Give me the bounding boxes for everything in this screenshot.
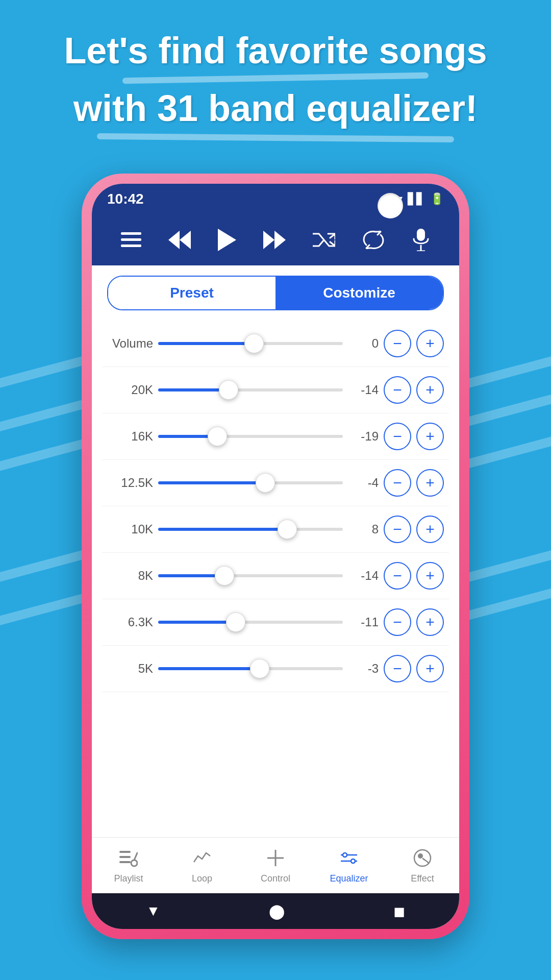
slider-row: 8K-14−+ <box>102 553 449 599</box>
slider-minus-5K[interactable]: − <box>384 655 411 682</box>
slider-label-6.3K: 6.3K <box>107 615 153 629</box>
underline-decoration-1 <box>122 72 429 84</box>
repeat-button[interactable] <box>362 231 385 249</box>
nav-label-loop: Loop <box>192 873 212 884</box>
nav-label-control: Control <box>261 873 290 884</box>
slider-track-Volume[interactable] <box>158 333 343 354</box>
svg-rect-8 <box>417 229 425 241</box>
svg-rect-12 <box>119 856 131 858</box>
recents-button[interactable]: ◼ <box>393 903 405 920</box>
svg-point-14 <box>131 860 137 866</box>
slider-track-16K[interactable] <box>158 426 343 447</box>
slider-plus-Volume[interactable]: + <box>416 330 444 357</box>
slider-minus-12.5K[interactable]: − <box>384 469 411 497</box>
slider-row: Volume0−+ <box>102 321 449 367</box>
nav-item-control[interactable]: Control <box>239 844 312 889</box>
slider-minus-16K[interactable]: − <box>384 423 411 450</box>
svg-line-15 <box>134 853 137 860</box>
slider-plus-16K[interactable]: + <box>416 423 444 450</box>
home-button[interactable]: ⬤ <box>269 903 285 920</box>
slider-minus-6.3K[interactable]: − <box>384 608 411 636</box>
slider-track-8K[interactable] <box>158 566 343 586</box>
shuffle-button[interactable] <box>313 231 335 249</box>
slider-row: 6.3K-11−+ <box>102 599 449 646</box>
slider-label-8K: 8K <box>107 569 153 583</box>
svg-rect-11 <box>119 851 131 853</box>
slider-plus-6.3K[interactable]: + <box>416 608 444 636</box>
nav-item-playlist[interactable]: Playlist <box>92 844 165 889</box>
slider-row: 12.5K-4−+ <box>102 460 449 506</box>
header-section: Let's find favorite songs with 31 band e… <box>0 31 551 145</box>
slider-minus-Volume[interactable]: − <box>384 330 411 357</box>
slider-minus-10K[interactable]: − <box>384 516 411 543</box>
nav-item-loop[interactable]: Loop <box>165 844 239 889</box>
slider-value-8K: -14 <box>348 569 379 583</box>
slider-plus-20K[interactable]: + <box>416 376 444 404</box>
camera-lens <box>378 193 403 218</box>
slider-label-5K: 5K <box>107 662 153 676</box>
svg-rect-0 <box>121 232 141 235</box>
slider-track-6.3K[interactable] <box>158 612 343 632</box>
slider-track-20K[interactable] <box>158 380 343 400</box>
slider-label-20K: 20K <box>107 383 153 397</box>
system-nav-bar: ▼ ⬤ ◼ <box>92 893 459 929</box>
slider-label-12.5K: 12.5K <box>107 476 153 490</box>
slider-value-Volume: 0 <box>348 336 379 351</box>
mode-tab-row: Preset Costomize <box>107 276 444 310</box>
nav-item-equalizer[interactable]: Equalizer <box>312 844 386 889</box>
slider-track-12.5K[interactable] <box>158 473 343 493</box>
slider-value-16K: -19 <box>348 429 379 444</box>
nav-icon-equalizer <box>340 849 358 871</box>
play-button[interactable] <box>218 229 236 251</box>
svg-marker-5 <box>218 229 236 251</box>
nav-item-effect[interactable]: Effect <box>386 844 459 889</box>
status-time: 10:42 <box>107 191 144 207</box>
slider-value-6.3K: -11 <box>348 615 379 629</box>
slider-plus-8K[interactable]: + <box>416 562 444 590</box>
battery-icon: 🔋 <box>430 192 444 206</box>
phone-screen: 10:42 ▾▾ ▋▋ 🔋 <box>92 184 459 929</box>
svg-rect-13 <box>119 861 131 863</box>
slider-row: 20K-14−+ <box>102 367 449 413</box>
back-button[interactable]: ▼ <box>146 903 160 919</box>
underline-decoration-2 <box>97 133 454 142</box>
svg-marker-3 <box>180 231 191 249</box>
menu-button[interactable] <box>121 232 141 248</box>
microphone-button[interactable] <box>412 229 430 251</box>
nav-icon-effect <box>413 849 432 871</box>
bottom-navigation: PlaylistLoopControlEqualizerEffect <box>92 837 459 893</box>
svg-point-21 <box>351 859 355 863</box>
slider-plus-10K[interactable]: + <box>416 516 444 543</box>
preset-tab[interactable]: Preset <box>108 277 276 309</box>
svg-point-19 <box>343 853 347 857</box>
slider-value-10K: 8 <box>348 522 379 536</box>
nav-icon-control <box>266 849 285 871</box>
nav-label-effect: Effect <box>411 873 434 884</box>
slider-plus-12.5K[interactable]: + <box>416 469 444 497</box>
nav-icon-playlist <box>119 849 138 871</box>
equalizer-sliders: Volume0−+20K-14−+16K-19−+12.5K-4−+10K8−+… <box>92 321 459 837</box>
slider-plus-5K[interactable]: + <box>416 655 444 682</box>
slider-label-Volume: Volume <box>107 336 153 351</box>
svg-rect-1 <box>121 238 141 241</box>
fast-forward-button[interactable] <box>263 231 286 249</box>
svg-point-22 <box>414 850 431 866</box>
slider-value-5K: -3 <box>348 662 379 676</box>
slider-row: 16K-19−+ <box>102 413 449 460</box>
slider-minus-20K[interactable]: − <box>384 376 411 404</box>
header-line1: Let's find favorite songs <box>0 31 551 71</box>
nav-label-equalizer: Equalizer <box>330 873 368 884</box>
slider-minus-8K[interactable]: − <box>384 562 411 590</box>
slider-track-10K[interactable] <box>158 519 343 540</box>
slider-track-5K[interactable] <box>158 658 343 679</box>
svg-marker-7 <box>274 231 286 249</box>
svg-marker-4 <box>168 231 180 249</box>
svg-rect-2 <box>121 244 141 247</box>
slider-value-12.5K: -4 <box>348 476 379 490</box>
rewind-button[interactable] <box>168 231 191 249</box>
svg-marker-6 <box>263 231 274 249</box>
slider-label-10K: 10K <box>107 522 153 536</box>
phone-frame: 10:42 ▾▾ ▋▋ 🔋 <box>82 174 469 939</box>
customize-tab[interactable]: Costomize <box>276 277 443 309</box>
slider-label-16K: 16K <box>107 429 153 444</box>
